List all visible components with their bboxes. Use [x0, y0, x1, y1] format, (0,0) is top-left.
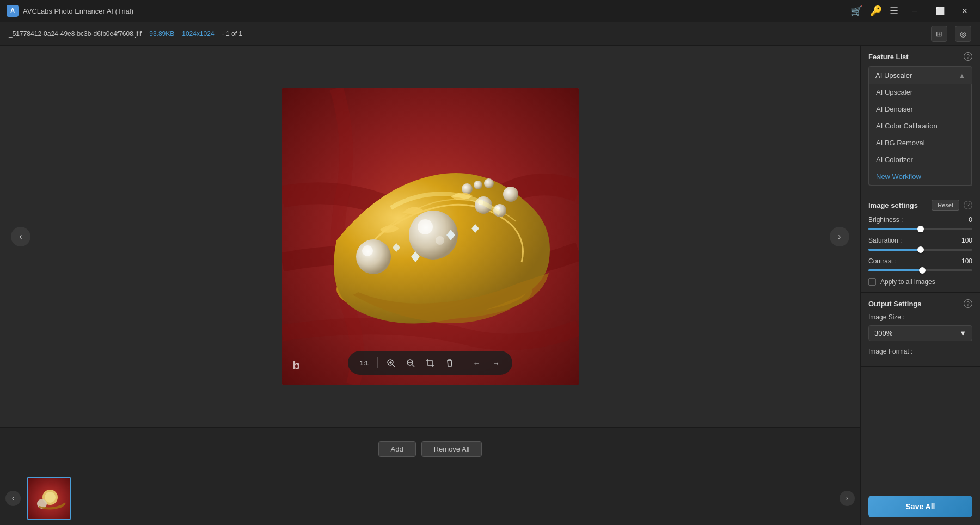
preview-action-button[interactable]: ◎ [955, 26, 971, 42]
image-size-dropdown[interactable]: 300% ▼ [868, 325, 972, 341]
bottom-action-bar: Add Remove All [0, 427, 860, 471]
feature-item-color-calibration[interactable]: AI Color Calibration [869, 118, 971, 134]
toolbar-divider-2 [463, 357, 463, 368]
feature-item-colorizer[interactable]: AI Colorizer [869, 151, 971, 168]
feature-list-help-icon[interactable]: ? [964, 52, 972, 61]
delete-button[interactable] [441, 354, 458, 372]
contrast-label: Contrast : [868, 257, 897, 265]
feature-item-denoiser[interactable]: AI Denoiser [869, 101, 971, 118]
feature-dropdown-list: AI Upscaler AI Denoiser AI Color Calibra… [869, 84, 972, 186]
feature-list-section: Feature List ? AI Upscaler ▲ AI Upscaler… [861, 46, 980, 193]
feature-list-title: Feature List [868, 53, 909, 61]
contrast-slider-thumb[interactable] [919, 267, 926, 274]
add-button[interactable]: Add [378, 441, 416, 457]
toolbar-divider-1 [377, 357, 378, 368]
thumbnail-strip: ‹ › [0, 471, 860, 525]
image-size-value: 300% [874, 329, 892, 337]
svg-point-14 [474, 181, 482, 189]
contrast-slider-container[interactable] [868, 269, 972, 271]
ratio-button[interactable]: 1:1 [356, 354, 373, 372]
apply-to-all-row: Apply to all images [868, 278, 972, 286]
thumbnail-bg [28, 478, 70, 519]
saturation-slider-fill [868, 249, 921, 251]
minimize-button[interactable]: ─ [906, 2, 923, 20]
selected-feature-label: AI Upscaler [875, 71, 912, 79]
reset-button[interactable]: Reset [932, 200, 959, 211]
saturation-label: Saturation : [868, 237, 902, 244]
brightness-slider-container[interactable] [868, 228, 972, 230]
brightness-slider-track[interactable] [868, 228, 972, 230]
saturation-slider-track[interactable] [868, 249, 972, 251]
feature-dropdown[interactable]: AI Upscaler ▲ AI Upscaler AI Denoiser AI… [868, 66, 972, 186]
top-bar: _51778412-0a24-49e8-bc3b-d6fb0e4f7608.jf… [0, 22, 980, 46]
strip-nav-right[interactable]: › [840, 491, 855, 506]
feature-item-upscaler[interactable]: AI Upscaler [869, 84, 971, 101]
crop-button[interactable] [421, 354, 439, 372]
save-all-button[interactable]: Save All [868, 496, 972, 517]
apply-to-all-label[interactable]: Apply to all images [880, 278, 935, 286]
output-settings-help-icon[interactable]: ? [964, 299, 972, 308]
save-all-section: Save All [861, 488, 980, 525]
output-settings-section: Output Settings ? Image Size : 300% ▼ Im… [861, 293, 980, 367]
nav-prev-button[interactable]: ‹ [11, 227, 30, 246]
strip-nav-left[interactable]: ‹ [5, 491, 21, 506]
brightness-slider-fill [868, 228, 921, 230]
add-remove-buttons: Add Remove All [378, 441, 482, 457]
crop-action-button[interactable]: ⊞ [931, 26, 947, 42]
ring-image-background: b [282, 88, 579, 385]
maximize-button[interactable]: ⬜ [931, 2, 948, 20]
brightness-label: Brightness : [868, 216, 903, 224]
svg-point-29 [45, 492, 56, 503]
menu-icon[interactable]: ☰ [890, 5, 898, 17]
prev-image-button[interactable]: ← [468, 354, 485, 372]
svg-point-5 [436, 236, 444, 245]
output-settings-title: Output Settings [868, 300, 922, 308]
svg-point-15 [484, 178, 494, 188]
contrast-value: 100 [956, 257, 972, 265]
brightness-slider-thumb[interactable] [917, 226, 924, 232]
svg-line-25 [412, 365, 414, 367]
image-settings-title: Image settings [868, 201, 918, 209]
nav-next-button[interactable]: › [830, 227, 849, 246]
thumbnail-item[interactable] [27, 477, 71, 520]
apply-to-all-checkbox[interactable] [868, 278, 876, 286]
next-image-button[interactable]: → [487, 354, 505, 372]
svg-point-12 [503, 187, 518, 202]
close-button[interactable]: ✕ [956, 2, 973, 20]
image-format-row: Image Format : [868, 348, 972, 355]
main-layout: ‹ [0, 46, 980, 525]
watermark: b [293, 359, 300, 373]
svg-line-21 [393, 365, 395, 367]
content-area: ‹ [0, 46, 860, 525]
file-count: - 1 of 1 [222, 30, 242, 38]
output-settings-header: Output Settings ? [868, 299, 972, 308]
title-bar: A AVCLabs Photo Enhancer AI (Trial) 🛒 🔑 … [0, 0, 980, 22]
main-image-container: b 1:1 [282, 88, 579, 385]
app-logo: A [7, 5, 19, 17]
thumbnail-svg [28, 478, 71, 520]
feature-item-bg-removal[interactable]: AI BG Removal [869, 134, 971, 151]
zoom-out-button[interactable] [402, 354, 419, 372]
svg-point-6 [356, 239, 391, 274]
key-icon[interactable]: 🔑 [870, 5, 882, 17]
main-image: b [282, 88, 579, 385]
image-size-label: Image Size : [868, 313, 905, 321]
image-settings-header: Image settings Reset ? [868, 200, 972, 211]
saturation-slider-container[interactable] [868, 249, 972, 251]
cart-icon[interactable]: 🛒 [850, 5, 862, 17]
svg-point-7 [362, 245, 373, 256]
remove-all-button[interactable]: Remove All [421, 441, 482, 457]
contrast-slider-track[interactable] [868, 269, 972, 271]
image-format-label: Image Format : [868, 348, 912, 355]
app-title: AVCLabs Photo Enhancer AI (Trial) [23, 7, 850, 15]
feature-dropdown-header[interactable]: AI Upscaler ▲ [869, 67, 972, 84]
saturation-row: Saturation : 100 [868, 237, 972, 244]
file-name: _51778412-0a24-49e8-bc3b-d6fb0e4f7608.jf… [9, 30, 142, 38]
feature-item-new-workflow[interactable]: New Workflow [869, 168, 971, 185]
zoom-in-button[interactable] [382, 354, 400, 372]
image-settings-help-icon[interactable]: ? [964, 201, 972, 209]
brightness-value: 0 [956, 216, 972, 224]
ring-svg [282, 88, 579, 385]
saturation-slider-thumb[interactable] [917, 246, 924, 253]
contrast-slider-fill [868, 269, 922, 271]
